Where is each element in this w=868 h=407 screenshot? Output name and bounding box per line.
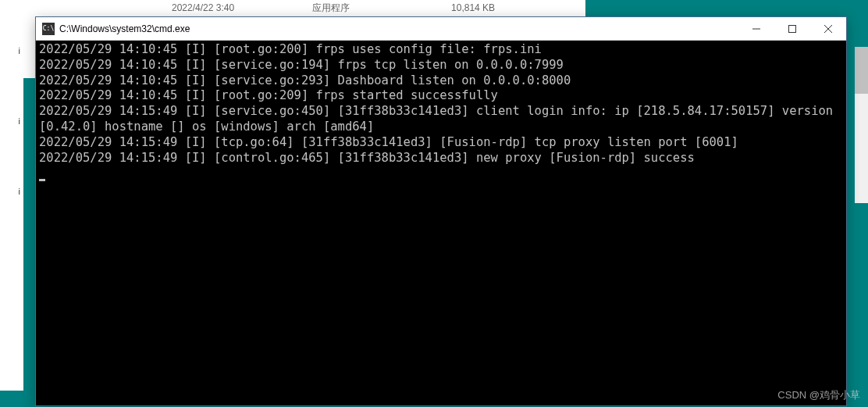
explorer-file-row[interactable]: 2022/4/22 3:40 应用程序 10,814 KB (0, 0, 585, 16)
window-titlebar[interactable]: C:\ C:\Windows\system32\cmd.exe (36, 17, 846, 41)
file-date: 2022/4/22 3:40 (172, 2, 234, 13)
cmd-window: C:\ C:\Windows\system32\cmd.exe 2022/05/… (35, 16, 847, 406)
file-ext-label: i (0, 156, 23, 227)
watermark-text: CSDN @鸡骨小草 (777, 388, 860, 402)
close-button[interactable] (810, 17, 846, 40)
file-type: 应用程序 (312, 2, 350, 15)
scrollbar-thumb[interactable] (855, 47, 868, 94)
minimize-button[interactable] (738, 17, 774, 40)
maximize-button[interactable] (774, 17, 810, 40)
file-size: 10,814 KB (451, 2, 495, 13)
file-ext-label: i (0, 16, 23, 86)
explorer-scrollbar[interactable] (855, 47, 868, 203)
console-output[interactable]: 2022/05/29 14:10:45 [I] [root.go:200] fr… (36, 41, 846, 405)
window-title: C:\Windows\system32\cmd.exe (59, 23, 738, 34)
cmd-icon: C:\ (42, 23, 55, 35)
cursor (39, 179, 45, 181)
file-ext-label: i (0, 86, 23, 156)
explorer-left-column: i i i (0, 16, 23, 391)
window-controls (738, 17, 846, 40)
svg-rect-1 (789, 25, 796, 32)
